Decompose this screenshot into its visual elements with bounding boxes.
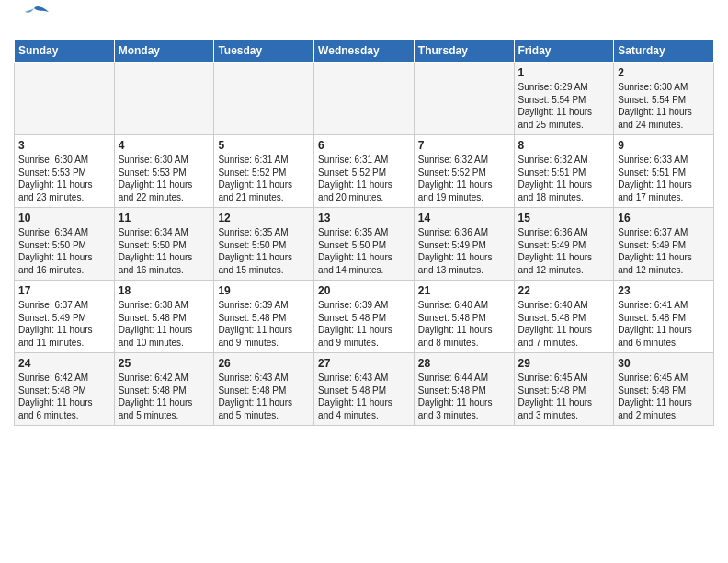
day-info: Sunrise: 6:31 AMSunset: 5:52 PMDaylight:… [318, 154, 410, 203]
day-info: Sunrise: 6:33 AMSunset: 5:51 PMDaylight:… [618, 154, 710, 203]
calendar-cell: 16Sunrise: 6:37 AMSunset: 5:49 PMDayligh… [614, 208, 714, 281]
col-header-wednesday: Wednesday [314, 40, 415, 63]
calendar-cell [314, 63, 415, 135]
day-info: Sunrise: 6:39 AMSunset: 5:48 PMDaylight:… [318, 299, 410, 349]
day-info: Sunrise: 6:41 AMSunset: 5:48 PMDaylight:… [618, 299, 710, 349]
day-number: 12 [218, 212, 310, 224]
day-number: 19 [218, 284, 310, 297]
day-info: Sunrise: 6:37 AMSunset: 5:49 PMDaylight:… [618, 226, 710, 276]
calendar-cell: 22Sunrise: 6:40 AMSunset: 5:48 PMDayligh… [514, 281, 614, 353]
day-info: Sunrise: 6:43 AMSunset: 5:48 PMDaylight:… [318, 372, 410, 421]
calendar-cell: 3Sunrise: 6:30 AMSunset: 5:53 PMDaylight… [15, 135, 115, 208]
day-number: 10 [18, 212, 110, 224]
day-info: Sunrise: 6:31 AMSunset: 5:52 PMDaylight:… [218, 154, 310, 203]
day-number: 22 [518, 284, 610, 297]
day-number: 28 [418, 357, 510, 370]
day-number: 13 [318, 212, 410, 224]
day-number: 27 [318, 357, 410, 370]
calendar-cell: 19Sunrise: 6:39 AMSunset: 5:48 PMDayligh… [214, 281, 314, 353]
col-header-sunday: Sunday [15, 40, 115, 63]
day-info: Sunrise: 6:29 AMSunset: 5:54 PMDaylight:… [518, 81, 610, 131]
day-number: 21 [418, 284, 510, 297]
day-info: Sunrise: 6:37 AMSunset: 5:49 PMDaylight:… [18, 299, 110, 349]
day-number: 5 [218, 139, 310, 152]
day-number: 16 [618, 212, 710, 224]
calendar-cell: 6Sunrise: 6:31 AMSunset: 5:52 PMDaylight… [314, 135, 415, 208]
day-info: Sunrise: 6:42 AMSunset: 5:48 PMDaylight:… [18, 372, 110, 421]
day-info: Sunrise: 6:34 AMSunset: 5:50 PMDaylight:… [18, 226, 110, 276]
calendar-cell: 30Sunrise: 6:45 AMSunset: 5:48 PMDayligh… [614, 353, 714, 426]
calendar-cell: 7Sunrise: 6:32 AMSunset: 5:52 PMDaylight… [414, 135, 514, 208]
day-number: 18 [119, 284, 210, 297]
calendar-cell: 25Sunrise: 6:42 AMSunset: 5:48 PMDayligh… [114, 353, 214, 426]
day-info: Sunrise: 6:45 AMSunset: 5:48 PMDaylight:… [618, 372, 710, 421]
page-header [14, 9, 714, 31]
day-number: 1 [518, 66, 610, 79]
day-info: Sunrise: 6:40 AMSunset: 5:48 PMDaylight:… [518, 299, 610, 349]
calendar-cell: 9Sunrise: 6:33 AMSunset: 5:51 PMDaylight… [614, 135, 714, 208]
day-number: 3 [18, 139, 110, 152]
calendar-cell: 28Sunrise: 6:44 AMSunset: 5:48 PMDayligh… [414, 353, 514, 426]
col-header-friday: Friday [514, 40, 614, 63]
day-info: Sunrise: 6:35 AMSunset: 5:50 PMDaylight:… [318, 226, 410, 276]
day-info: Sunrise: 6:38 AMSunset: 5:48 PMDaylight:… [119, 299, 210, 349]
day-number: 2 [618, 66, 710, 79]
day-info: Sunrise: 6:30 AMSunset: 5:54 PMDaylight:… [618, 81, 710, 131]
day-number: 9 [618, 139, 710, 152]
calendar-cell: 27Sunrise: 6:43 AMSunset: 5:48 PMDayligh… [314, 353, 415, 426]
calendar-cell: 2Sunrise: 6:30 AMSunset: 5:54 PMDaylight… [614, 63, 714, 135]
day-number: 23 [618, 284, 710, 297]
day-number: 15 [518, 212, 610, 224]
calendar-cell [15, 63, 115, 135]
day-info: Sunrise: 6:32 AMSunset: 5:51 PMDaylight:… [518, 154, 610, 203]
day-number: 7 [418, 139, 510, 152]
day-info: Sunrise: 6:32 AMSunset: 5:52 PMDaylight:… [418, 154, 510, 203]
col-header-thursday: Thursday [414, 40, 514, 63]
calendar-cell: 11Sunrise: 6:34 AMSunset: 5:50 PMDayligh… [114, 208, 214, 281]
day-number: 8 [518, 139, 610, 152]
col-header-saturday: Saturday [614, 40, 714, 63]
calendar-cell: 8Sunrise: 6:32 AMSunset: 5:51 PMDaylight… [514, 135, 614, 208]
day-number: 6 [318, 139, 410, 152]
calendar-cell: 17Sunrise: 6:37 AMSunset: 5:49 PMDayligh… [15, 281, 115, 353]
calendar-cell: 5Sunrise: 6:31 AMSunset: 5:52 PMDaylight… [214, 135, 314, 208]
day-info: Sunrise: 6:40 AMSunset: 5:48 PMDaylight:… [418, 299, 510, 349]
col-header-tuesday: Tuesday [214, 40, 314, 63]
day-number: 29 [518, 357, 610, 370]
calendar-cell: 13Sunrise: 6:35 AMSunset: 5:50 PMDayligh… [314, 208, 415, 281]
calendar-cell: 1Sunrise: 6:29 AMSunset: 5:54 PMDaylight… [514, 63, 614, 135]
calendar-cell [214, 63, 314, 135]
calendar-cell: 10Sunrise: 6:34 AMSunset: 5:50 PMDayligh… [15, 208, 115, 281]
calendar-cell [114, 63, 214, 135]
day-info: Sunrise: 6:39 AMSunset: 5:48 PMDaylight:… [218, 299, 310, 349]
day-number: 11 [119, 212, 210, 224]
calendar-cell: 24Sunrise: 6:42 AMSunset: 5:48 PMDayligh… [15, 353, 115, 426]
day-info: Sunrise: 6:42 AMSunset: 5:48 PMDaylight:… [119, 372, 210, 421]
calendar-cell: 18Sunrise: 6:38 AMSunset: 5:48 PMDayligh… [114, 281, 214, 353]
day-number: 25 [119, 357, 210, 370]
calendar-cell: 4Sunrise: 6:30 AMSunset: 5:53 PMDaylight… [114, 135, 214, 208]
calendar-cell: 12Sunrise: 6:35 AMSunset: 5:50 PMDayligh… [214, 208, 314, 281]
col-header-monday: Monday [114, 40, 214, 63]
calendar-cell: 26Sunrise: 6:43 AMSunset: 5:48 PMDayligh… [214, 353, 314, 426]
day-number: 26 [218, 357, 310, 370]
day-info: Sunrise: 6:30 AMSunset: 5:53 PMDaylight:… [18, 154, 110, 203]
calendar-cell [414, 63, 514, 135]
logo [14, 9, 51, 31]
calendar-cell: 15Sunrise: 6:36 AMSunset: 5:49 PMDayligh… [514, 208, 614, 281]
day-info: Sunrise: 6:36 AMSunset: 5:49 PMDaylight:… [518, 226, 610, 276]
day-info: Sunrise: 6:43 AMSunset: 5:48 PMDaylight:… [218, 372, 310, 421]
day-number: 14 [418, 212, 510, 224]
calendar-cell: 14Sunrise: 6:36 AMSunset: 5:49 PMDayligh… [414, 208, 514, 281]
day-info: Sunrise: 6:44 AMSunset: 5:48 PMDaylight:… [418, 372, 510, 421]
day-number: 20 [318, 284, 410, 297]
day-number: 17 [18, 284, 110, 297]
calendar-cell: 29Sunrise: 6:45 AMSunset: 5:48 PMDayligh… [514, 353, 614, 426]
calendar-cell: 23Sunrise: 6:41 AMSunset: 5:48 PMDayligh… [614, 281, 714, 353]
calendar-table: SundayMondayTuesdayWednesdayThursdayFrid… [14, 39, 714, 426]
day-info: Sunrise: 6:34 AMSunset: 5:50 PMDaylight:… [119, 226, 210, 276]
calendar-cell: 20Sunrise: 6:39 AMSunset: 5:48 PMDayligh… [314, 281, 415, 353]
day-number: 30 [618, 357, 710, 370]
day-number: 4 [119, 139, 210, 152]
day-info: Sunrise: 6:36 AMSunset: 5:49 PMDaylight:… [418, 226, 510, 276]
